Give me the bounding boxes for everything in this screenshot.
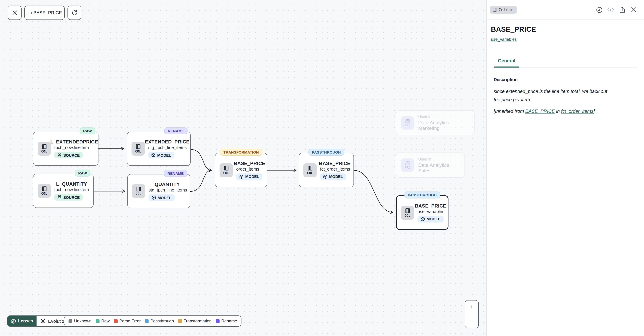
column-icon <box>42 186 46 191</box>
view-code-button[interactable] <box>606 6 615 14</box>
share-button[interactable] <box>618 6 626 14</box>
inherited-column-link[interactable]: BASE_PRICE <box>525 109 555 114</box>
project-chip: PRJ <box>401 158 414 172</box>
panel-header: Column <box>487 0 644 20</box>
used-in-label: Used In <box>418 115 469 119</box>
code-icon <box>607 7 614 12</box>
node-base-price-use-variables[interactable]: PASSTHROUGH COL BASE_PRICE use_variables <box>396 195 448 230</box>
evolution-badge: PASSTHROUGH <box>404 191 440 198</box>
legend-label: Unknown <box>74 318 92 323</box>
kind-badge: MODEL <box>236 173 262 180</box>
legend-label: Rename <box>221 318 237 323</box>
node-subtitle: stg_tpch_line_items <box>148 145 187 150</box>
panel-title: BASE_PRICE <box>491 26 637 34</box>
node-l-extendedprice[interactable]: RAW COL L_EXTENDEDPRICE tpch_now.lineite… <box>33 132 98 166</box>
legend-item-rename: Rename <box>216 318 237 323</box>
node-title: EXTENDED_PRICE <box>145 139 190 145</box>
project-chip-label: PRJ <box>405 123 410 127</box>
kind-label: MODEL <box>158 195 171 200</box>
lenses-button[interactable]: Lenses <box>7 316 36 326</box>
model-link[interactable]: use_variables <box>491 37 517 42</box>
description-label: Description <box>494 77 637 82</box>
column-chip-label: COL <box>307 171 313 175</box>
node-base-price-fct-order-items[interactable]: PASSTHROUGH COL BASE_PRICE fct_order_ite… <box>299 153 354 187</box>
description-text: since extended_price is the line item to… <box>494 87 614 104</box>
used-in-card-marketing[interactable]: PRJ Used In Data Analytics | Marketing <box>396 110 474 135</box>
node-subtitle: stg_tpch_line_items <box>148 188 187 193</box>
database-icon <box>58 195 62 199</box>
project-chip-label: PRJ <box>405 165 410 169</box>
lenses-button-label: Lenses <box>18 318 33 323</box>
node-title: L_EXTENDEDPRICE <box>50 139 98 145</box>
kind-badge: SOURCE <box>54 152 83 158</box>
model-cube-icon <box>239 174 244 179</box>
column-icon <box>493 8 496 12</box>
node-quantity[interactable]: RENAME COL QUANTITY stg_tpch_line_items <box>127 174 190 208</box>
model-cube-icon <box>152 195 156 200</box>
legend-item-parse-error: Parse Error <box>114 318 141 323</box>
node-title: BASE_PRICE <box>234 160 265 166</box>
node-subtitle: use_variables <box>418 209 444 214</box>
kind-badge: MODEL <box>320 173 346 180</box>
zoom-controls: + − <box>465 300 479 328</box>
legend-item-transformation: Transformation <box>178 318 212 323</box>
used-in-name: Data Analytics | Sales <box>418 162 460 173</box>
evolution-badge: RAW <box>75 170 90 177</box>
used-in-name: Data Analytics | Marketing <box>418 120 469 131</box>
project-chip: PRJ <box>401 116 414 129</box>
inherited-model-link[interactable]: fct_order_items <box>561 109 594 114</box>
explore-button[interactable] <box>595 6 603 14</box>
node-base-price-order-items[interactable]: TRANSFORMATION COL BASE_PRICE order_item… <box>215 153 267 187</box>
refresh-button[interactable] <box>68 6 82 20</box>
inherited-suffix: ] <box>594 109 595 114</box>
column-icon <box>42 144 46 149</box>
description-inherited: [Inherited from BASE_PRICE in fct_order_… <box>494 109 637 114</box>
legend-item-passthrough: Passthrough <box>145 318 174 323</box>
node-subtitle: tpch_now.lineitem <box>54 187 89 192</box>
column-icon <box>136 144 140 149</box>
description-section: Description since extended_price is the … <box>494 77 637 114</box>
kind-label: MODEL <box>426 217 440 221</box>
node-l-quantity[interactable]: RAW COL L_QUANTITY tpch_now.lineitem <box>33 174 94 208</box>
model-cube-icon <box>323 174 328 179</box>
legend-label: Transformation <box>184 318 212 323</box>
close-lineage-button[interactable] <box>8 6 22 20</box>
column-chip: COL <box>38 142 51 156</box>
panel-subtitle: use_variables <box>491 36 637 42</box>
refresh-icon <box>72 10 78 16</box>
breadcrumb-label: .. / BASE_PRICE <box>27 10 62 15</box>
column-icon <box>136 187 141 191</box>
column-icon <box>224 166 228 170</box>
zoom-in-button[interactable]: + <box>465 300 478 314</box>
column-chip: COL <box>220 163 233 177</box>
legend-swatch <box>216 319 220 323</box>
used-in-card-sales[interactable]: PRJ Used In Data Analytics | Sales <box>396 153 465 178</box>
column-chip: COL <box>304 163 316 177</box>
close-icon <box>12 10 17 15</box>
tab-general[interactable]: General <box>494 58 520 67</box>
column-chip: COL <box>132 184 145 198</box>
details-panel: Column <box>486 0 644 336</box>
kind-label: MODEL <box>329 174 343 179</box>
node-subtitle: order_items <box>236 167 259 171</box>
node-extended-price[interactable]: RENAME COL EXTENDED_PRICE stg_tpch_line_… <box>127 132 191 166</box>
layers-icon <box>40 318 46 324</box>
close-panel-button[interactable] <box>630 6 638 14</box>
column-chip-label: COL <box>41 149 47 153</box>
model-cube-icon <box>151 153 156 157</box>
kind-label: SOURCE <box>63 153 80 157</box>
column-chip: COL <box>132 142 145 156</box>
kind-badge: MODEL <box>148 194 174 201</box>
legend-swatch <box>145 319 149 323</box>
aperture-icon <box>11 318 16 324</box>
zoom-out-button[interactable]: − <box>465 314 478 328</box>
database-icon <box>58 153 62 157</box>
breadcrumb[interactable]: .. / BASE_PRICE <box>24 6 65 20</box>
inherited-prefix: [Inherited from <box>494 109 525 114</box>
column-chip-label: COL <box>41 191 47 195</box>
column-chip: COL <box>38 184 51 198</box>
kind-badge: MODEL <box>418 216 444 222</box>
entity-type-badge: Column <box>490 6 517 14</box>
kind-label: MODEL <box>245 174 259 179</box>
app: PRJ Used In Data Analytics | Marketing P… <box>0 0 644 336</box>
